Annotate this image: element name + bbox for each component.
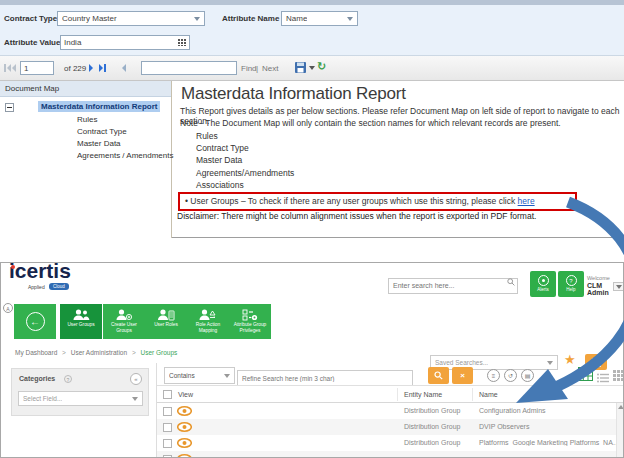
clear-search-button[interactable]: ×: [452, 367, 473, 384]
highlighted-user-groups-callout: User Groups – To check if there are any …: [178, 192, 577, 211]
tile-user-groups[interactable]: User Groups: [60, 304, 102, 339]
view-eye-icon[interactable]: [177, 406, 192, 416]
scroll-up-icon[interactable]: [618, 405, 624, 409]
favorite-star-icon[interactable]: ★: [564, 352, 576, 367]
contract-type-select[interactable]: Country Master: [57, 11, 205, 26]
saved-searches-select[interactable]: Saved Searches...: [430, 355, 558, 370]
collapse-panel-icon[interactable]: «: [130, 373, 142, 385]
row-checkbox[interactable]: [163, 407, 172, 416]
bullet-rules: Rules: [196, 130, 294, 142]
first-page-button[interactable]: [4, 64, 11, 72]
column-name[interactable]: Name: [479, 391, 498, 398]
parent-report-icon[interactable]: [122, 64, 126, 72]
docmap-root-item[interactable]: Masterdata Information Report: [38, 101, 160, 112]
next-link[interactable]: Next: [262, 64, 278, 73]
table-scrollbar[interactable]: [616, 403, 624, 458]
column-entity-name[interactable]: Entity Name: [404, 391, 442, 398]
table-row[interactable]: Distribution Group Configuration Admins: [157, 403, 624, 419]
disclaimer-text: Disclaimer: There might be column alignm…: [177, 211, 536, 221]
screenshot-stage: Contract Type Country Master Attribute N…: [0, 0, 624, 458]
back-button-tile[interactable]: ←: [14, 304, 56, 339]
global-search-input[interactable]: [388, 278, 518, 294]
docmap-item-master-data[interactable]: Master Data: [77, 139, 121, 148]
chevron-down-icon: [132, 397, 138, 401]
logo-cloud-badge: Cloud: [49, 283, 69, 290]
table-row[interactable]: Distribution Group DVIP Observers: [157, 419, 624, 435]
attribute-name-label: Attribute Name: [222, 14, 279, 23]
column-view[interactable]: View: [178, 391, 193, 398]
view-eye-icon[interactable]: [177, 454, 192, 458]
bullet-agreements: Agreements/Amendments: [196, 167, 294, 179]
breadcrumb: My Dashboard > User Administration > Use…: [15, 349, 177, 356]
value-picker-icon[interactable]: [177, 38, 187, 46]
next-page-icon[interactable]: [89, 64, 93, 72]
attribute-value-input[interactable]: [60, 35, 190, 50]
find-text-input[interactable]: [141, 61, 237, 75]
breadcrumb-user-groups[interactable]: User Groups: [140, 349, 177, 356]
tile-role-action-mapping[interactable]: Role Action Mapping: [187, 304, 229, 339]
alerts-button[interactable]: Alerts: [530, 271, 556, 297]
tile-attribute-group-privileges[interactable]: Attribute Group Privileges: [229, 304, 271, 339]
chevron-down-icon: [224, 374, 230, 378]
grid-view-toggle[interactable]: [613, 367, 624, 385]
here-link[interactable]: here: [518, 196, 535, 206]
save-icon: [592, 358, 601, 367]
select-field-dropdown[interactable]: Select Field...: [18, 391, 143, 406]
categories-title: Categories: [19, 375, 55, 382]
table-row-partial[interactable]: [157, 451, 624, 458]
refresh-icon[interactable]: ↻: [317, 60, 326, 73]
breadcrumb-user-administration[interactable]: User Administration: [71, 349, 127, 356]
view-eye-icon[interactable]: [177, 438, 192, 448]
last-page-button[interactable]: [99, 64, 106, 72]
page-input[interactable]: [20, 61, 54, 75]
tree-collapse-icon[interactable]: [5, 103, 14, 112]
table-view-toggle[interactable]: [578, 367, 593, 385]
docmap-item-rules[interactable]: Rules: [77, 115, 97, 124]
select-all-checkbox[interactable]: [163, 390, 172, 399]
saved-searches-placeholder: Saved Searches...: [435, 359, 488, 366]
user-roles-icon: [145, 304, 187, 322]
report-section-list: Rules Contract Type Master Data Agreemen…: [196, 130, 294, 191]
logo-tagline: Applied: [28, 284, 45, 290]
table-row[interactable]: Distribution Group Platforms_Google Mark…: [157, 435, 624, 451]
view-eye-icon[interactable]: [177, 422, 192, 432]
name-cell: Platforms_Google Marketing Platforms_NA_…: [479, 439, 621, 446]
tile-create-user-groups[interactable]: Create User Groups: [103, 304, 145, 339]
back-arrow-icon: ←: [26, 312, 45, 331]
previous-page-icon[interactable]: [12, 64, 16, 72]
menu-circle-icon[interactable]: ≡: [487, 369, 500, 382]
select-field-placeholder: Select Field...: [23, 395, 62, 402]
logo-red-dot-icon: [11, 265, 15, 269]
breadcrumb-my-dashboard[interactable]: My Dashboard: [15, 349, 57, 356]
row-checkbox[interactable]: [163, 439, 172, 448]
global-search: [388, 274, 518, 290]
page-count-label: of 229: [64, 64, 86, 73]
contract-type-value: Country Master: [62, 14, 117, 23]
search-button[interactable]: [428, 367, 449, 384]
create-user-groups-icon: [103, 304, 145, 322]
bullet-master-data: Master Data: [196, 154, 294, 166]
help-circle-icon: ?: [64, 375, 72, 383]
docmap-item-contract-type[interactable]: Contract Type: [77, 127, 127, 136]
entity-name-cell: Distribution Group: [404, 439, 460, 446]
docmap-item-agreements[interactable]: Agreements / Amendments: [77, 151, 174, 160]
find-next-separator: |: [256, 64, 258, 73]
row-checkbox[interactable]: [163, 423, 172, 432]
bullet-associations: Associations: [196, 179, 294, 191]
search-operator-select[interactable]: Contains: [164, 367, 235, 384]
refresh-circle-icon[interactable]: ↺: [504, 369, 517, 382]
bullet-contract-type: Contract Type: [196, 142, 294, 154]
entity-name-cell: Distribution Group: [404, 423, 460, 430]
close-icon: ×: [460, 371, 465, 380]
last-page-icon: [99, 64, 103, 72]
export-button[interactable]: [294, 61, 315, 74]
help-button[interactable]: ? Help: [558, 271, 584, 297]
find-link[interactable]: Find: [241, 64, 257, 73]
chevron-down-icon: [347, 17, 353, 21]
user-menu-button[interactable]: [613, 282, 624, 291]
export-circle-icon[interactable]: ▤: [521, 369, 534, 382]
icertis-logo: icertis: [9, 262, 71, 283]
tile-user-roles[interactable]: User Roles: [145, 304, 187, 339]
attribute-name-select[interactable]: Name: [281, 11, 358, 26]
breadcrumb-separator: >: [132, 349, 136, 356]
